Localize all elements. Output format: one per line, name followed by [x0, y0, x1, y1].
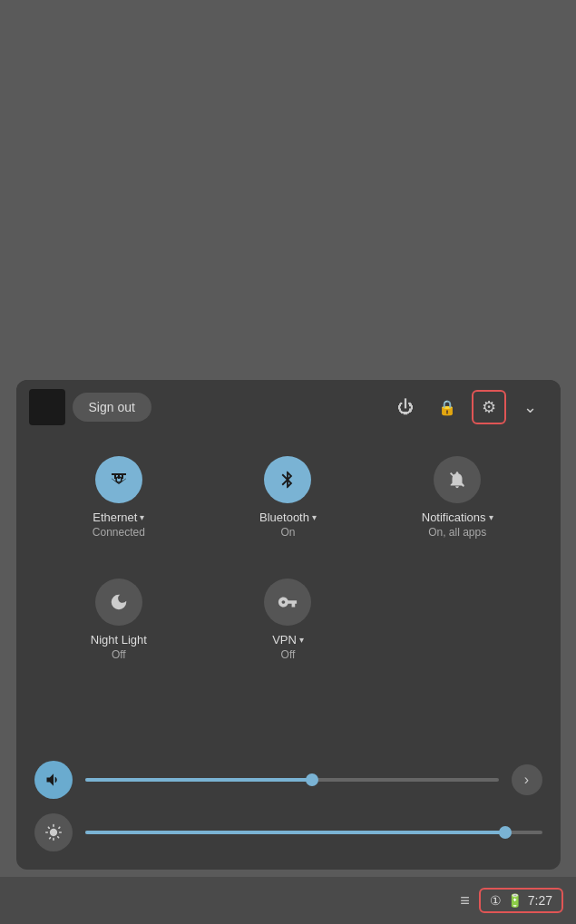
volume-icon	[44, 771, 63, 789]
notifications-sublabel: On, all apps	[428, 526, 486, 539]
brightness-slider-row	[34, 813, 542, 851]
ethernet-icon	[108, 469, 130, 491]
notifications-dropdown-arrow: ▾	[489, 512, 493, 522]
lock-button[interactable]: 🔒	[430, 390, 464, 424]
bluetooth-dropdown-arrow: ▾	[312, 512, 317, 522]
expand-button[interactable]: ⌄	[513, 390, 548, 424]
vpn-sublabel: Off	[281, 648, 296, 661]
bluetooth-icon-circle	[264, 456, 311, 503]
brightness-icon-circle[interactable]	[34, 813, 73, 851]
volume-slider-fill	[85, 778, 313, 782]
notifications-label: Notifications ▾	[422, 511, 493, 524]
night-light-sublabel: Off	[112, 648, 126, 661]
vpn-tile[interactable]: VPN ▾ Off	[203, 566, 373, 670]
vpn-dropdown-arrow: ▾	[299, 635, 304, 645]
vpn-icon-circle	[264, 579, 311, 626]
night-light-icon	[109, 592, 129, 612]
vpn-icon	[278, 592, 298, 612]
ethernet-dropdown-arrow: ▾	[140, 512, 144, 522]
brightness-slider-fill	[85, 831, 506, 834]
middle-spacer	[16, 679, 561, 752]
volume-slider-track[interactable]	[85, 778, 499, 782]
media-queue-icon[interactable]: ≡	[460, 891, 470, 910]
volume-icon-circle[interactable]	[34, 761, 73, 799]
bluetooth-icon	[278, 470, 298, 490]
header-row: Sign out ⏻ 🔒 ⚙ ⌄	[16, 380, 561, 434]
bluetooth-label: Bluetooth ▾	[259, 511, 317, 524]
sliders-section: ›	[16, 752, 561, 870]
power-button[interactable]: ⏻	[388, 390, 423, 424]
taskbar: ≡ ① 🔋 7:27	[0, 877, 576, 924]
notifications-icon-circle	[434, 456, 481, 503]
quick-settings-panel: Sign out ⏻ 🔒 ⚙ ⌄ Ethernet	[16, 380, 561, 870]
taskbar-status-area[interactable]: ① 🔋 7:27	[479, 888, 563, 913]
ethernet-sublabel: Connected	[93, 526, 145, 539]
volume-slider-thumb	[306, 773, 318, 786]
night-light-tile[interactable]: Night Light Off	[34, 566, 204, 670]
brightness-slider-track[interactable]	[85, 831, 542, 834]
settings-icon: ⚙	[482, 397, 496, 417]
avatar	[29, 389, 65, 425]
ethernet-tile[interactable]: Ethernet ▾ Connected	[34, 443, 204, 548]
volume-slider-row: ›	[34, 761, 542, 799]
battery-icon: 🔋	[507, 893, 522, 908]
volume-expand-button[interactable]: ›	[512, 764, 542, 795]
sign-out-button[interactable]: Sign out	[73, 393, 151, 422]
notifications-tile[interactable]: Notifications ▾ On, all apps	[373, 443, 542, 548]
ethernet-label: Ethernet ▾	[93, 511, 144, 524]
brightness-icon	[44, 823, 63, 841]
brightness-slider-thumb	[499, 826, 512, 839]
notification-badge-icon: ①	[490, 893, 502, 908]
night-light-icon-circle	[95, 579, 142, 626]
clock: 7:27	[528, 893, 552, 908]
arrow-right-icon: ›	[524, 772, 529, 788]
vpn-label: VPN ▾	[272, 633, 304, 647]
tiles-grid-row2: Night Light Off VPN ▾ Off	[16, 566, 561, 679]
chevron-down-icon: ⌄	[523, 397, 537, 417]
power-icon: ⏻	[397, 398, 414, 417]
notifications-icon	[447, 470, 467, 490]
bluetooth-tile[interactable]: Bluetooth ▾ On	[203, 443, 373, 548]
bluetooth-sublabel: On	[280, 526, 295, 539]
ethernet-icon-circle	[95, 456, 142, 503]
settings-button[interactable]: ⚙	[472, 390, 506, 424]
tiles-grid-row1: Ethernet ▾ Connected Bluetooth ▾ On	[16, 434, 561, 566]
lock-icon: 🔒	[438, 399, 456, 416]
night-light-label: Night Light	[91, 633, 147, 647]
